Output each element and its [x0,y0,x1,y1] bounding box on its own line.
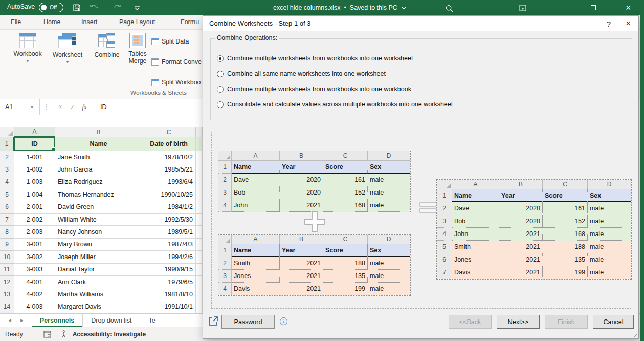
cell[interactable]: Margaret Davis [55,301,142,313]
cell[interactable]: Eliza Rodriguez [55,176,142,188]
cell[interactable]: Mary Brown [55,239,142,251]
cell[interactable]: 4-003 [14,301,55,313]
cell[interactable]: 1994/2/6 [142,251,196,263]
tables-merge-button[interactable]: Tables Merge [124,33,151,65]
column-header-C[interactable]: C [142,127,196,137]
radio-icon[interactable] [217,101,224,108]
external-link-icon[interactable] [208,315,220,328]
dialog-help-button[interactable]: ? [601,16,616,31]
cell[interactable]: David Green [55,201,142,214]
radio-icon[interactable] [217,71,224,77]
cell[interactable]: 1-003 [14,176,55,188]
cell[interactable]: Joseph Miller [55,251,142,263]
row-header-7[interactable]: 7 [0,214,14,226]
cell[interactable]: Danial Taylor [55,264,142,276]
tab-home[interactable]: Home [43,18,60,26]
cell[interactable]: Nancy Johnson [55,226,142,238]
maximize-button[interactable] [585,0,602,15]
tab-file[interactable]: File [11,18,21,26]
save-icon[interactable] [71,2,83,13]
tab-insert[interactable]: Insert [81,18,97,26]
cell-sliver[interactable] [196,264,203,276]
cell[interactable]: 2-001 [14,201,55,214]
finish-button[interactable]: Finish [545,315,588,329]
row-header-11[interactable]: 11 [0,264,14,276]
info-icon[interactable]: i [280,317,287,325]
resize-grip[interactable] [631,331,638,338]
cell[interactable]: 2-003 [14,226,55,238]
cell[interactable]: 1984/1/2 [142,201,196,214]
column-header-sliver[interactable] [196,127,203,137]
radio-option-2[interactable]: Combine all same name worksheets into on… [217,69,386,79]
row-header-8[interactable]: 8 [0,226,14,238]
cancel-entry-icon[interactable]: × [59,103,62,111]
undo-icon[interactable] [88,2,100,13]
radio-icon[interactable] [217,86,224,93]
saved-status[interactable]: Saved to this PC [350,4,397,11]
ribbon-display-options-icon[interactable] [514,0,531,15]
row-header-14[interactable]: 14 [0,301,14,313]
cell[interactable]: 1978/10/2 [142,151,196,163]
cell[interactable]: 1-002 [14,163,55,176]
cell-sliver[interactable] [196,251,203,263]
cell[interactable]: 1985/5/21 [142,163,196,176]
cell[interactable]: 1981/8/10 [142,288,196,301]
row-header-4[interactable]: 4 [0,176,14,188]
cell[interactable]: Name [55,137,142,151]
accessibility-icon[interactable] [60,330,68,338]
sheet-prev-icon[interactable]: ◄ [7,317,12,323]
split-data-button[interactable]: Split Data [151,36,189,47]
cell[interactable]: 1992/5/30 [142,214,196,226]
cell[interactable]: Thomas Hernandez [55,188,142,201]
redo-icon[interactable] [110,2,123,13]
cell-sliver[interactable] [196,137,203,151]
cell[interactable]: 3-002 [14,251,55,263]
cell[interactable]: 1987/4/3 [142,239,196,251]
confirm-entry-icon[interactable]: ✓ [70,103,75,111]
password-button[interactable]: Password [221,315,275,329]
cell-sliver[interactable] [196,201,203,214]
cell-sliver[interactable] [196,214,203,226]
cell[interactable]: 1-001 [14,151,55,163]
formula-input[interactable]: ID [100,99,107,115]
combine-button[interactable]: Combine [91,33,123,58]
format-converter-button[interactable]: Format Conve [151,56,202,68]
cell[interactable]: 1990/10/25 [142,188,196,201]
name-box[interactable]: A1 [0,99,40,115]
cell-sliver[interactable] [196,226,203,238]
cell[interactable]: ID [14,137,55,151]
macro-record-icon[interactable] [43,331,51,338]
cell[interactable]: Date of birth [142,137,196,151]
worksheet-button[interactable]: Worksheet ▾ [48,33,87,65]
back-button[interactable]: <<Back [449,315,492,329]
cell[interactable]: 1-004 [14,188,55,201]
cell[interactable]: John Garcia [55,163,142,176]
radio-option-3[interactable]: Combine multiple worksheets from workboo… [217,84,411,94]
cell-sliver[interactable] [196,288,203,301]
cell[interactable]: William White [55,214,142,226]
row-header-13[interactable]: 13 [0,288,14,301]
cell[interactable]: 3-003 [14,264,55,276]
column-header-B[interactable]: B [55,127,142,137]
workbook-button[interactable]: Workbook ▾ [8,33,47,63]
next-button[interactable]: Next>> [497,315,540,329]
cell[interactable]: 4-001 [14,276,55,288]
sheet-tab-drop-down-list[interactable]: Drop down list [83,314,140,327]
close-button[interactable]: × [619,0,637,15]
cell-sliver[interactable] [196,239,203,251]
radio-icon[interactable] [217,55,224,62]
row-header-6[interactable]: 6 [0,201,14,214]
tab-formulas[interactable]: Formu [181,18,199,26]
tab-page-layout[interactable]: Page Layout [119,18,155,26]
search-icon[interactable] [443,3,455,14]
cell[interactable]: 1990/9/15 [142,264,196,276]
cancel-button[interactable]: Cancel [593,315,634,329]
cell[interactable]: 2-002 [14,214,55,226]
sheet-tab-te[interactable]: Te [140,314,164,327]
row-header-2[interactable]: 2 [0,151,14,163]
minimize-button[interactable] [550,0,567,15]
name-box-dropdown-icon[interactable]: ▾ [31,99,33,115]
cell-sliver[interactable] [196,176,203,188]
cell[interactable]: Martha Williams [55,288,142,301]
cell[interactable]: 1979/6/5 [142,276,196,288]
